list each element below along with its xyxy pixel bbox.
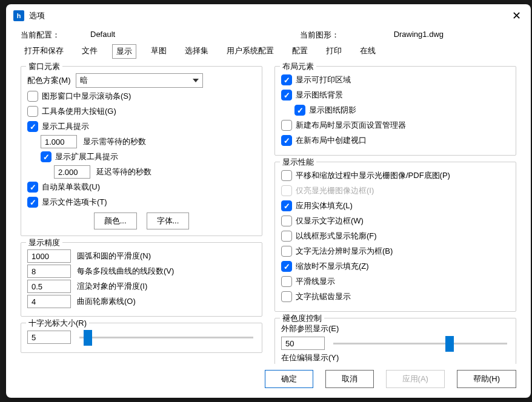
tab-drafting[interactable]: 草图 <box>147 44 170 59</box>
color-scheme-label: 配色方案(M) <box>27 75 71 86</box>
chk-text-frame[interactable] <box>281 216 292 226</box>
chk-solid-fill[interactable] <box>281 200 292 211</box>
current-config-value: Default <box>90 30 115 41</box>
right-column: 布局元素 显示可打印区域 显示图纸背景 显示图纸阴影 新建布局时显示页面设置管理… <box>274 66 516 359</box>
chk-automenu[interactable] <box>27 182 38 193</box>
input-polyline-segs[interactable]: 8 <box>27 265 71 278</box>
group-fade-title: 褪色度控制 <box>280 313 324 324</box>
input-crosshair-size[interactable]: 5 <box>27 331 71 344</box>
tab-online[interactable]: 在线 <box>356 44 379 59</box>
edit-fade-label: 在位编辑显示(Y) <box>281 352 510 363</box>
chk-scrollbars[interactable] <box>27 91 38 102</box>
config-row: 当前配置： Default 当前图形： Drawing1.dwg <box>6 27 531 44</box>
group-crosshair-title: 十字光标大小(R) <box>26 318 89 329</box>
group-display-precision: 显示精度 1000圆弧和圆的平滑度(N) 8每条多段线曲线的线段数(V) 0.5… <box>21 242 262 317</box>
group-fade-control: 褪色度控制 外部参照显示(E) 50 在位编辑显示(Y) 70 <box>274 318 516 364</box>
slider-xref-thumb[interactable] <box>445 336 454 352</box>
apply-button: 应用(A) <box>386 370 445 388</box>
group-display-performance: 显示性能 平移和缩放过程中显示光栅图像/PDF底图(P) 仅亮显光栅图像边框(I… <box>274 162 516 312</box>
tab-plot[interactable]: 打印 <box>322 44 345 59</box>
color-scheme-select[interactable]: 暗 <box>76 73 203 88</box>
chk-text-as-box[interactable] <box>281 246 292 257</box>
input-arc-smooth[interactable]: 1000 <box>27 249 71 263</box>
group-window-title: 窗口元素 <box>26 61 62 72</box>
chk-large-buttons[interactable] <box>27 106 38 117</box>
group-perf-title: 显示性能 <box>280 157 316 168</box>
group-crosshair: 十字光标大小(R) 5 <box>21 323 262 353</box>
tab-bar: 打开和保存 文件 显示 草图 选择集 用户系统配置 配置 打印 在线 <box>6 44 531 59</box>
input-xref-fade[interactable]: 50 <box>281 337 325 350</box>
chk-create-viewport[interactable] <box>281 135 292 146</box>
input-render-smooth[interactable]: 0.5 <box>27 280 71 293</box>
chk-raster-panzoom[interactable] <box>281 170 292 181</box>
slider-crosshair-thumb[interactable] <box>84 330 92 346</box>
btn-fonts[interactable]: 字体... <box>147 213 190 229</box>
tab-display[interactable]: 显示 <box>112 44 136 59</box>
group-precision-title: 显示精度 <box>26 237 62 248</box>
input-ext-tooltip-delay[interactable]: 2.000 <box>54 165 90 179</box>
slider-xref-fade[interactable] <box>333 343 507 344</box>
titlebar: h 选项 ✕ <box>6 4 531 27</box>
group-layout-elements: 布局元素 显示可打印区域 显示图纸背景 显示图纸阴影 新建布局时显示页面设置管理… <box>274 66 516 156</box>
chk-paper-shadow[interactable] <box>294 105 305 116</box>
tab-files[interactable]: 文件 <box>78 44 101 59</box>
tab-profiles[interactable]: 配置 <box>288 44 311 59</box>
tab-user-prefs[interactable]: 用户系统配置 <box>223 44 278 59</box>
input-surface-lines[interactable]: 4 <box>27 295 71 308</box>
content: 窗口元素 配色方案(M) 暗 图形窗口中显示滚动条(S) 工具条使用大按钮(G)… <box>6 59 531 364</box>
chk-tooltips[interactable] <box>27 121 38 132</box>
tab-selection[interactable]: 选择集 <box>181 44 212 59</box>
slider-crosshair[interactable] <box>79 337 253 338</box>
close-button[interactable]: ✕ <box>509 9 524 22</box>
chk-paper-bg[interactable] <box>281 90 292 100</box>
group-window-elements: 窗口元素 配色方案(M) 暗 图形窗口中显示滚动条(S) 工具条使用大按钮(G)… <box>21 66 262 236</box>
footer: 确定 取消 应用(A) 帮助(H) <box>6 364 531 398</box>
help-button[interactable]: 帮助(H) <box>457 370 516 388</box>
chk-ext-tooltip[interactable] <box>41 151 52 162</box>
chk-page-setup-mgr[interactable] <box>281 120 292 131</box>
group-layout-title: 布局元素 <box>280 61 316 72</box>
ok-button[interactable]: 确定 <box>265 370 313 388</box>
tab-open-save[interactable]: 打开和保存 <box>21 44 67 59</box>
chk-file-tabs[interactable] <box>27 197 38 208</box>
current-config-label: 当前配置： <box>21 30 60 41</box>
current-drawing-value: Drawing1.dwg <box>394 30 444 41</box>
chk-printable-area[interactable] <box>281 74 292 85</box>
left-column: 窗口元素 配色方案(M) 暗 图形窗口中显示滚动条(S) 工具条使用大按钮(G)… <box>21 66 262 359</box>
chk-smooth-line[interactable] <box>281 276 292 287</box>
chk-text-antialias[interactable] <box>281 291 292 302</box>
xref-fade-label: 外部参照显示(E) <box>281 323 510 334</box>
chk-highlight-raster <box>281 185 292 196</box>
current-drawing-label: 当前图形： <box>300 30 339 41</box>
btn-colors[interactable]: 颜色... <box>94 213 137 229</box>
dialog-title: 选项 <box>29 10 509 21</box>
cancel-button[interactable]: 取消 <box>325 370 374 388</box>
app-icon: h <box>13 10 24 21</box>
chk-wireframe-sil[interactable] <box>281 231 292 242</box>
options-dialog: h 选项 ✕ 当前配置： Default 当前图形： Drawing1.dwg … <box>6 4 531 398</box>
input-tooltip-delay[interactable]: 1.000 <box>41 135 77 148</box>
chk-no-zoom-fill[interactable] <box>281 261 292 272</box>
